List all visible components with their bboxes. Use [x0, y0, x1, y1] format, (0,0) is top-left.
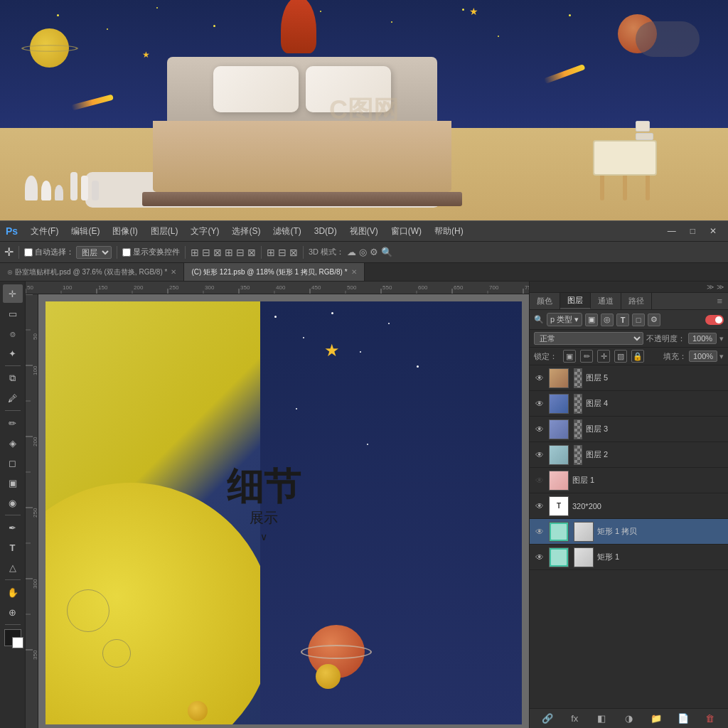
collapse-arrows-2[interactable]: ≫: [717, 283, 724, 291]
foreground-color[interactable]: [4, 629, 21, 646]
filter-smart-icon[interactable]: ⚙: [648, 314, 660, 326]
window-maximize[interactable]: □: [685, 225, 701, 237]
move-tool[interactable]: ✛: [3, 284, 23, 303]
menu-help[interactable]: 帮助(H): [429, 223, 469, 240]
filter-type-select[interactable]: p 类型 ▾: [547, 313, 582, 326]
layer-shape-copy-visibility[interactable]: 👁: [534, 526, 545, 537]
tab-channels[interactable]: 通道: [591, 293, 621, 309]
layer-item-5[interactable]: 👁 图层 5: [530, 365, 728, 391]
tab-2-close[interactable]: ✕: [351, 268, 357, 276]
tab-paths[interactable]: 路径: [621, 293, 652, 309]
distribute-icon[interactable]: ⊞: [267, 247, 275, 258]
pen-tool[interactable]: ✒: [3, 518, 23, 537]
distribute-h-icon[interactable]: ⊟: [278, 247, 287, 258]
menu-filter[interactable]: 滤镜(T): [267, 223, 306, 240]
brush-tool[interactable]: ✏: [3, 414, 23, 432]
layer-item-shape[interactable]: 👁 矩形 1: [530, 545, 728, 570]
menu-edit[interactable]: 编辑(E): [65, 223, 105, 240]
fill-input[interactable]: [689, 350, 717, 362]
filter-shape-icon[interactable]: □: [632, 314, 645, 326]
menu-window[interactable]: 窗口(W): [385, 223, 427, 240]
delete-layer-btn[interactable]: 🗑: [702, 711, 718, 727]
lasso-tool[interactable]: ⌾: [3, 324, 23, 343]
menu-layer[interactable]: 图层(L): [145, 223, 184, 240]
text-tool[interactable]: T: [3, 538, 23, 557]
menu-select[interactable]: 选择(S): [226, 223, 266, 240]
layer-4-visibility[interactable]: 👁: [534, 398, 545, 410]
tab-2[interactable]: (C) 矩形 121.psb @ 118% (矩形 1 拷贝, RGB/8) *…: [184, 263, 364, 281]
mode-3d-icon1[interactable]: ☁: [347, 247, 356, 257]
layer-style-btn[interactable]: fx: [567, 711, 582, 727]
auto-select-check[interactable]: [24, 248, 33, 257]
opacity-dropdown[interactable]: ▾: [719, 334, 724, 343]
add-mask-btn[interactable]: ◧: [594, 711, 609, 727]
eraser-tool[interactable]: ◻: [3, 454, 23, 472]
lock-position-icon[interactable]: ✛: [597, 350, 610, 363]
tab-color[interactable]: 颜色: [530, 293, 560, 309]
layer-5-visibility[interactable]: 👁: [534, 373, 545, 384]
new-layer-btn[interactable]: 📄: [675, 711, 691, 727]
shape-tool[interactable]: △: [3, 558, 23, 577]
layer-item-4[interactable]: 👁 图层 4: [530, 391, 728, 417]
tab-1-close[interactable]: ✕: [171, 268, 176, 276]
canvas-area[interactable]: ★ 细节 展示 ∨: [38, 294, 529, 728]
layer-text-visibility[interactable]: 👁: [534, 500, 545, 512]
align-right-icon[interactable]: ⊠: [213, 247, 222, 258]
align-bottom-icon[interactable]: ⊠: [247, 247, 256, 258]
gradient-tool[interactable]: ▣: [3, 473, 23, 492]
lock-paint-icon[interactable]: ✏: [580, 350, 593, 363]
zoom-tool[interactable]: ⊕: [3, 603, 23, 621]
layer-select[interactable]: 图层: [76, 246, 112, 259]
filter-pixel-icon[interactable]: ▣: [585, 314, 598, 326]
align-center-v-icon[interactable]: ⊟: [236, 247, 245, 258]
layer-2-visibility[interactable]: 👁: [534, 449, 545, 461]
layer-3-visibility[interactable]: 👁: [534, 424, 545, 435]
menu-file[interactable]: 文件(F): [25, 223, 64, 240]
crop-tool[interactable]: ⧉: [3, 369, 23, 387]
filter-text-icon[interactable]: T: [616, 314, 629, 326]
collapse-arrows[interactable]: ≫: [707, 283, 714, 291]
panel-menu-btn[interactable]: ≡: [711, 293, 728, 309]
hand-tool[interactable]: ✋: [3, 583, 23, 601]
layer-item-3[interactable]: 👁 图层 3: [530, 417, 728, 442]
link-layers-btn[interactable]: 🔗: [540, 711, 555, 727]
layer-shape-visibility[interactable]: 👁: [534, 552, 545, 563]
layer-item-2[interactable]: 👁 图层 2: [530, 442, 728, 468]
menu-3d[interactable]: 3D(D): [309, 224, 343, 238]
magic-wand-tool[interactable]: ✦: [3, 344, 23, 363]
filter-adjust-icon[interactable]: ◎: [601, 314, 614, 326]
align-left-icon[interactable]: ⊞: [191, 247, 199, 258]
layer-item-1[interactable]: 👁 图层 1: [530, 468, 728, 493]
layer-item-text[interactable]: 👁 T 320*200: [530, 493, 728, 519]
adjustment-layer-btn[interactable]: ◑: [621, 711, 636, 727]
tab-layers[interactable]: 图层: [560, 293, 591, 309]
lock-transparent-icon[interactable]: ▣: [563, 350, 576, 363]
opacity-input[interactable]: [688, 333, 717, 344]
menu-image[interactable]: 图像(I): [107, 223, 143, 240]
eyedropper-tool[interactable]: 🖉: [3, 389, 23, 407]
lock-all-icon[interactable]: 🔒: [631, 350, 644, 363]
filter-toggle[interactable]: [705, 315, 724, 325]
layer-1-visibility[interactable]: 👁: [534, 475, 545, 486]
window-minimize[interactable]: —: [662, 225, 682, 237]
window-close[interactable]: ✕: [704, 225, 722, 237]
mode-3d-icon3[interactable]: ⚙: [370, 247, 378, 257]
tab-1[interactable]: ⊙ 卧室墙贴样机.psd @ 37.6% (双击替换, RGB/8) * ✕: [0, 263, 184, 281]
menu-text[interactable]: 文字(Y): [185, 223, 225, 240]
marquee-tool[interactable]: ▭: [3, 304, 23, 323]
align-top-icon[interactable]: ⊞: [225, 247, 233, 258]
mode-3d-icon2[interactable]: ◎: [359, 247, 367, 257]
blend-mode-select[interactable]: 正常: [534, 332, 643, 345]
blur-tool[interactable]: ◉: [3, 493, 23, 512]
search-icon[interactable]: 🔍: [381, 247, 392, 257]
lock-artboard-icon[interactable]: ▧: [614, 350, 627, 363]
show-transform-checkbox[interactable]: 显示变换控件: [122, 247, 180, 257]
new-group-btn[interactable]: 📁: [648, 711, 664, 727]
layer-item-shape-copy[interactable]: 👁 矩形 1 拷贝: [530, 519, 728, 545]
show-transform-check[interactable]: [122, 248, 131, 257]
auto-select-checkbox[interactable]: 自动选择： 图层: [24, 246, 112, 259]
clone-tool[interactable]: ◈: [3, 434, 23, 452]
distribute-v-icon[interactable]: ⊠: [289, 247, 298, 258]
menu-view[interactable]: 视图(V): [344, 223, 384, 240]
align-center-h-icon[interactable]: ⊟: [202, 247, 210, 258]
